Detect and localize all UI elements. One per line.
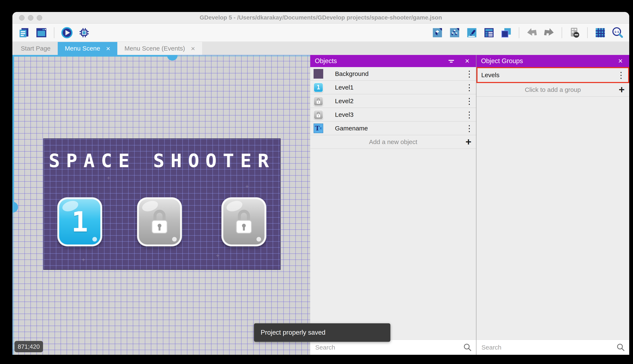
search-icon [616, 343, 625, 352]
gdevelop-window: GDevelop 5 - /Users/dkarakay/Documents/G… [12, 12, 629, 355]
plus-icon[interactable]: + [466, 136, 471, 148]
horizontal-scrollbar-track[interactable] [172, 55, 310, 56]
horizontal-scrollbar[interactable] [12, 55, 172, 56]
redo-icon[interactable] [543, 26, 555, 39]
close-icon[interactable]: × [616, 57, 624, 65]
object-name: Level2 [335, 98, 465, 105]
play-icon[interactable] [61, 26, 73, 39]
toolbar-separator [519, 27, 519, 38]
close-window-button[interactable] [19, 15, 25, 20]
panel-title: Object Groups [481, 57, 609, 65]
add-object-row[interactable]: Add a new object + [310, 135, 476, 149]
object-row-background[interactable]: Background ⋮ [310, 67, 476, 81]
zoom-original-icon[interactable]: 1:1 [611, 26, 624, 39]
objects-panel-header: Objects × [310, 55, 476, 67]
star-decoration: + [216, 252, 219, 259]
kebab-menu-icon[interactable]: ⋮ [465, 110, 473, 120]
scene-editor-icon[interactable] [35, 26, 48, 39]
locked-thumbnail-icon [313, 110, 323, 120]
object-row-level2[interactable]: Level2 ⋮ [310, 94, 476, 108]
add-group-label: Click to add a group [525, 86, 581, 93]
level2-button-instance[interactable] [137, 197, 182, 246]
instances-list-icon[interactable] [483, 26, 495, 39]
toolbar-separator [54, 27, 54, 38]
add-object-label: Add a new object [369, 138, 417, 146]
toolbar-left-group [18, 26, 91, 39]
vertical-scrollbar-track[interactable] [12, 210, 14, 355]
undo-icon[interactable] [526, 26, 538, 39]
gloss-dot [92, 237, 97, 242]
locked-thumbnail-icon [313, 96, 323, 106]
kebab-menu-icon[interactable]: ⋮ [465, 96, 473, 106]
level1-button-instance[interactable]: 1 [57, 197, 102, 246]
objects-search-input[interactable] [310, 340, 463, 355]
object-name: Gamename [335, 125, 465, 132]
close-icon[interactable]: × [106, 45, 110, 52]
object-row-level3[interactable]: Level3 ⋮ [310, 108, 476, 122]
tab-label: Start Page [21, 45, 51, 52]
object-groups-panel-header: Object Groups × [476, 55, 629, 67]
tab-menu-scene[interactable]: Menu Scene × [58, 42, 117, 55]
scene-canvas[interactable]: SPACE SHOOTER + + + + + 1 [12, 55, 310, 355]
zoom-window-button[interactable] [37, 15, 42, 20]
object-name: Level1 [335, 84, 465, 91]
tab-label: Menu Scene [65, 45, 100, 52]
background-thumbnail-icon [313, 69, 323, 79]
tab-bar: Start Page Menu Scene × Menu Scene (Even… [12, 42, 629, 55]
minimize-window-button[interactable] [28, 15, 33, 20]
objects-search [310, 340, 476, 355]
star-decoration: + [107, 175, 110, 181]
kebab-menu-icon[interactable]: ⋮ [465, 82, 473, 92]
toolbar-right-group: 1:1 [431, 26, 624, 39]
horizontal-scrollbar-thumb[interactable] [167, 55, 178, 60]
layers-icon[interactable] [500, 26, 512, 39]
search-icon [463, 343, 472, 352]
titlebar[interactable]: GDevelop 5 - /Users/dkarakay/Documents/G… [12, 12, 629, 24]
svg-text:1:1: 1:1 [614, 30, 619, 33]
main-content: SPACE SHOOTER + + + + + 1 [12, 55, 629, 355]
add-group-row[interactable]: Click to add a group + [476, 83, 629, 97]
project-manager-icon[interactable] [18, 26, 31, 39]
star-decoration: + [82, 256, 85, 263]
tab-label: Menu Scene (Events) [124, 45, 185, 52]
lock-icon [148, 208, 171, 236]
level3-button-instance[interactable] [221, 197, 266, 246]
toast-notification: Project properly saved [254, 323, 390, 342]
toolbar-separator [587, 27, 588, 38]
vertical-scrollbar[interactable] [12, 55, 14, 210]
instances-mask-icon[interactable] [568, 26, 581, 39]
group-name: Levels [481, 72, 617, 79]
cursor-coordinates: 871;420 [15, 341, 43, 352]
kebab-menu-icon[interactable]: ⋮ [617, 70, 624, 80]
object-groups-panel-icon[interactable] [448, 26, 461, 39]
object-row-gamename[interactable]: Tx Gamename ⋮ [310, 122, 476, 135]
gloss-dot [256, 237, 261, 242]
panel-title: Objects [315, 57, 440, 65]
plus-icon[interactable]: + [619, 84, 624, 96]
vertical-scrollbar-thumb[interactable] [12, 202, 18, 212]
debug-icon[interactable] [78, 26, 91, 39]
objects-panel: Objects × Background ⋮ 1 Level1 ⋮ [310, 55, 476, 355]
star-decoration: + [178, 154, 182, 160]
gloss-dot [172, 237, 177, 242]
background-instance[interactable]: SPACE SHOOTER + + + + + 1 [43, 138, 281, 270]
kebab-menu-icon[interactable]: ⋮ [465, 124, 473, 133]
filter-icon[interactable] [447, 57, 455, 65]
game-title-text-instance[interactable]: SPACE SHOOTER [44, 150, 280, 172]
traffic-lights [19, 12, 42, 24]
kebab-menu-icon[interactable]: ⋮ [465, 69, 473, 79]
object-row-level1[interactable]: 1 Level1 ⋮ [310, 81, 476, 94]
close-icon[interactable]: × [463, 57, 471, 65]
object-name: Level3 [335, 111, 465, 118]
toolbar: 1:1 [12, 24, 629, 42]
close-icon[interactable]: × [191, 45, 195, 52]
object-groups-search-input[interactable] [476, 340, 616, 355]
level1-thumbnail-icon: 1 [313, 82, 323, 92]
grid-icon[interactable] [594, 26, 606, 39]
properties-icon[interactable] [466, 26, 478, 39]
objects-panel-icon[interactable] [431, 26, 444, 39]
window-title: GDevelop 5 - /Users/dkarakay/Documents/G… [12, 14, 629, 21]
tab-menu-scene-events[interactable]: Menu Scene (Events) × [117, 42, 202, 55]
tab-start-page[interactable]: Start Page [14, 42, 58, 55]
group-row-levels[interactable]: Levels ⋮ [476, 67, 629, 83]
